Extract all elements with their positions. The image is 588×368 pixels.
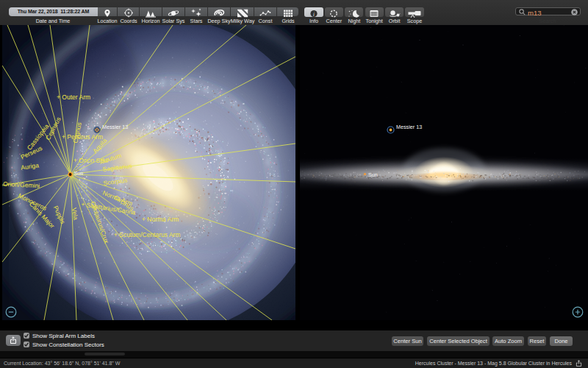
svg-text:Sun: Sun — [74, 170, 84, 177]
svg-text:Messier 13: Messier 13 — [102, 124, 128, 130]
svg-text:+ Scutum/Centarus Arm: + Scutum/Centarus Arm — [114, 231, 180, 238]
svg-text:Sun: Sun — [368, 171, 378, 178]
svg-text:+ Perseus Arm: + Perseus Arm — [62, 133, 103, 141]
svg-text:+ Norma Arm: + Norma Arm — [142, 216, 179, 223]
svg-text:+ Outer Arm: + Outer Arm — [57, 93, 90, 101]
svg-text:Messier 13: Messier 13 — [396, 124, 422, 130]
